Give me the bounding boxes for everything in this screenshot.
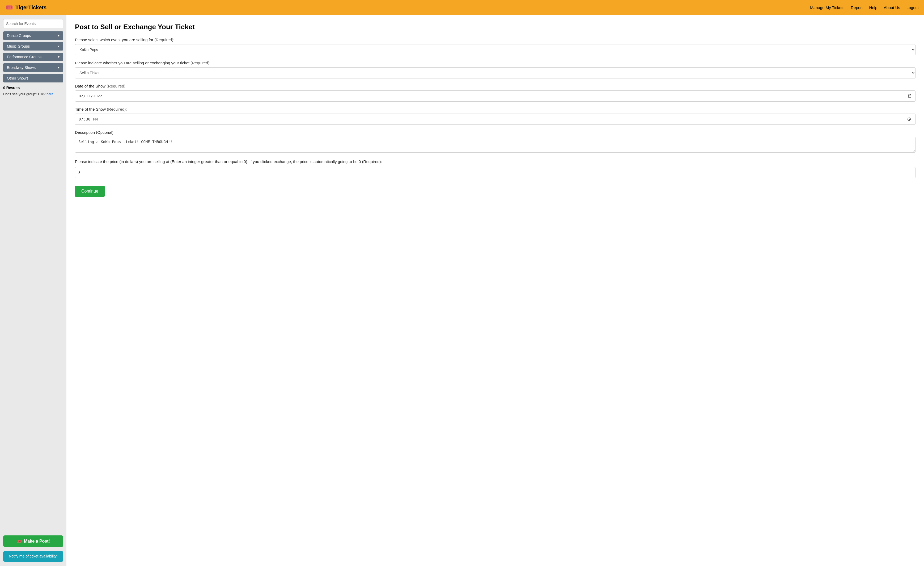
nav-logout[interactable]: Logout [906,5,919,10]
date-group: Date of the Show (Required): [75,84,915,102]
date-input[interactable] [75,90,915,102]
sidebar: Dance Groups ▾ Music Groups ▾ Performanc… [0,15,66,566]
here-link[interactable]: here [46,92,53,96]
nav-manage-my-tickets[interactable]: Manage My Tickets [810,5,844,10]
chevron-down-icon: ▾ [58,44,60,48]
event-group: Please select which event you are sellin… [75,38,915,55]
logo[interactable]: 🎟️ TigerTickets [5,4,46,11]
chevron-down-icon: ▾ [58,66,60,69]
time-label: Time of the Show (Required): [75,107,915,111]
page-title: Post to Sell or Exchange Your Ticket [75,23,915,31]
price-description: Please indicate the price (in dollars) y… [75,159,915,165]
layout: Dance Groups ▾ Music Groups ▾ Performanc… [0,15,924,566]
nav-about-us[interactable]: About Us [884,5,900,10]
make-post-button[interactable]: 🎟️ Make a Post! [3,536,63,547]
nav-help[interactable]: Help [869,5,878,10]
description-input[interactable]: Selling a KoKo Pops ticket! COME THROUGH… [75,137,915,153]
nav-report[interactable]: Report [851,5,863,10]
logo-icon: 🎟️ [5,4,13,11]
time-input[interactable] [75,114,915,125]
continue-button[interactable]: Continue [75,186,105,197]
other-shows-label: Other Shows [7,76,28,80]
header-nav: Manage My Tickets Report Help About Us L… [810,5,919,10]
chevron-down-icon: ▾ [58,55,60,59]
performance-groups-button[interactable]: Performance Groups ▾ [3,53,63,61]
other-shows-button[interactable]: Other Shows [3,74,63,83]
make-post-icon: 🎟️ [16,539,22,543]
event-select[interactable]: KoKo Pops [75,44,915,55]
time-group: Time of the Show (Required): [75,107,915,125]
description-group: Description (Optional) Selling a KoKo Po… [75,130,915,154]
logo-text: TigerTickets [15,5,46,11]
results-count: 0 Results [3,86,63,90]
date-label: Date of the Show (Required): [75,84,915,88]
event-label: Please select which event you are sellin… [75,38,915,42]
broadway-shows-label: Broadway Shows [7,65,36,70]
sidebar-note: Don't see your group? Click here! [3,92,63,96]
dance-groups-button[interactable]: Dance Groups ▾ [3,32,63,40]
sell-exchange-group: Please indicate whether you are selling … [75,61,915,78]
performance-groups-label: Performance Groups [7,55,42,59]
main-content: Post to Sell or Exchange Your Ticket Ple… [66,15,924,566]
price-group: Please indicate the price (in dollars) y… [75,159,915,178]
sell-exchange-label: Please indicate whether you are selling … [75,61,915,65]
notify-button[interactable]: Notify me of ticket availability! [3,551,63,562]
music-groups-button[interactable]: Music Groups ▾ [3,42,63,51]
price-input[interactable] [75,167,915,178]
broadway-shows-button[interactable]: Broadway Shows ▾ [3,63,63,72]
search-input[interactable] [3,19,63,28]
chevron-down-icon: ▾ [58,34,60,38]
dance-groups-label: Dance Groups [7,33,31,38]
make-post-label: Make a Post! [24,539,50,543]
description-label: Description (Optional) [75,130,915,135]
header: 🎟️ TigerTickets Manage My Tickets Report… [0,0,924,15]
sell-exchange-select[interactable]: Sell a Ticket Exchange a Ticket [75,67,915,78]
music-groups-label: Music Groups [7,44,30,48]
